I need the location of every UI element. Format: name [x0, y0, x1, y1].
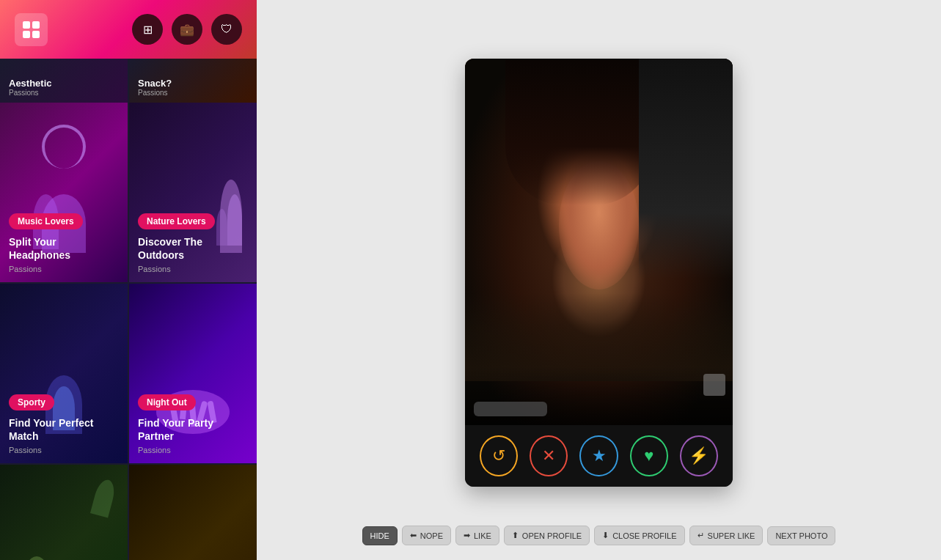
bag-icon-button[interactable]: 💼 — [172, 14, 202, 45]
super-like-shortcut-button[interactable]: ↵ SUPER LIKE — [689, 526, 764, 545]
card-aesthetic[interactable]: Aesthetic Passions — [0, 59, 128, 103]
open-profile-label: OPEN PROFILE — [522, 531, 582, 540]
sporty-badge: Sporty — [9, 394, 54, 410]
nature-badge: Nature Lovers — [138, 213, 215, 229]
like-shortcut-button[interactable]: ➡ LIKE — [455, 526, 499, 545]
rewind-button[interactable]: ↺ — [480, 435, 518, 476]
card-thrill-seekers[interactable]: Thrill Seekers — [0, 465, 128, 560]
close-profile-icon: ⬇ — [602, 531, 609, 540]
open-profile-button[interactable]: ⬆ OPEN PROFILE — [504, 526, 590, 545]
open-profile-icon: ⬆ — [512, 531, 519, 540]
music-badge: Music Lovers — [9, 213, 83, 229]
passion-cards-grid: Music Lovers Split Your Headphones Passi… — [0, 103, 257, 560]
profile-image — [465, 59, 733, 425]
discover-icon-button[interactable]: ⊞ — [132, 14, 163, 45]
nope-shortcut-label: NOPE — [420, 531, 443, 540]
right-area: ↺ ✕ ★ ♥ ⚡ HIDE ⬅ NOPE ➡ LIKE ⬆ OPEN PROF… — [257, 0, 941, 560]
next-photo-button[interactable]: NEXT PHOTO — [767, 526, 835, 545]
profile-card: ↺ ✕ ★ ♥ ⚡ — [465, 59, 733, 487]
super-like-icon: ↵ — [697, 531, 704, 540]
next-photo-label: NEXT PHOTO — [775, 531, 827, 540]
card-nature-lovers[interactable]: Nature Lovers Discover The Outdoors Pass… — [129, 103, 257, 282]
shortcuts-bar: HIDE ⬅ NOPE ➡ LIKE ⬆ OPEN PROFILE ⬇ CLOS… — [362, 526, 836, 545]
nature-subtitle: Passions — [138, 265, 248, 273]
close-profile-label: CLOSE PROFILE — [612, 531, 676, 540]
card-sporty[interactable]: Sporty Find Your Perfect Match Passions — [0, 284, 128, 463]
sporty-subtitle: Passions — [9, 446, 119, 454]
header-bar: ⊞ 💼 🛡 — [0, 0, 257, 59]
like-button[interactable]: ♥ — [630, 435, 668, 476]
logo — [15, 13, 48, 46]
snack-subtitle: Passions — [138, 89, 248, 97]
superlike-button[interactable]: ★ — [579, 435, 618, 476]
card-snack[interactable]: Snack? Passions — [129, 59, 257, 103]
sporty-title: Find Your Perfect Match — [9, 416, 119, 443]
nope-shortcut-button[interactable]: ⬅ NOPE — [402, 526, 451, 545]
like-shortcut-label: LIKE — [474, 531, 491, 540]
nightout-subtitle: Passions — [138, 446, 248, 454]
card-wanderlust[interactable]: Wanderlust — [129, 465, 257, 560]
left-panel: ⊞ 💼 🛡 Aesthetic Passions Snack? Passions… — [0, 0, 257, 560]
header-icons: ⊞ 💼 🛡 — [132, 14, 242, 45]
super-like-label: SUPER LIKE — [708, 531, 755, 540]
nightout-badge: Night Out — [138, 394, 196, 410]
hide-label: HIDE — [370, 531, 389, 540]
card-music-lovers[interactable]: Music Lovers Split Your Headphones Passi… — [0, 103, 128, 282]
nightout-title: Find Your Party Partner — [138, 416, 248, 443]
aesthetic-subtitle: Passions — [9, 89, 119, 97]
nature-title: Discover The Outdoors — [138, 235, 248, 262]
nope-arrow-icon: ⬅ — [410, 531, 417, 540]
hide-button[interactable]: HIDE — [362, 526, 398, 545]
aesthetic-title: Aesthetic — [9, 78, 119, 89]
shield-icon-button[interactable]: 🛡 — [211, 14, 242, 45]
music-subtitle: Passions — [9, 265, 119, 273]
music-title: Split Your Headphones — [9, 235, 119, 262]
card-night-out[interactable]: Night Out Find Your Party Partner Passio… — [129, 284, 257, 463]
top-cards-row: Aesthetic Passions Snack? Passions — [0, 59, 257, 103]
nope-button[interactable]: ✕ — [530, 435, 568, 476]
profile-name-bar — [474, 402, 547, 416]
close-profile-button[interactable]: ⬇ CLOSE PROFILE — [594, 526, 684, 545]
snack-title: Snack? — [138, 78, 248, 89]
action-buttons-bar: ↺ ✕ ★ ♥ ⚡ — [465, 425, 733, 487]
boost-button[interactable]: ⚡ — [680, 435, 718, 476]
like-arrow-icon: ➡ — [464, 531, 470, 540]
